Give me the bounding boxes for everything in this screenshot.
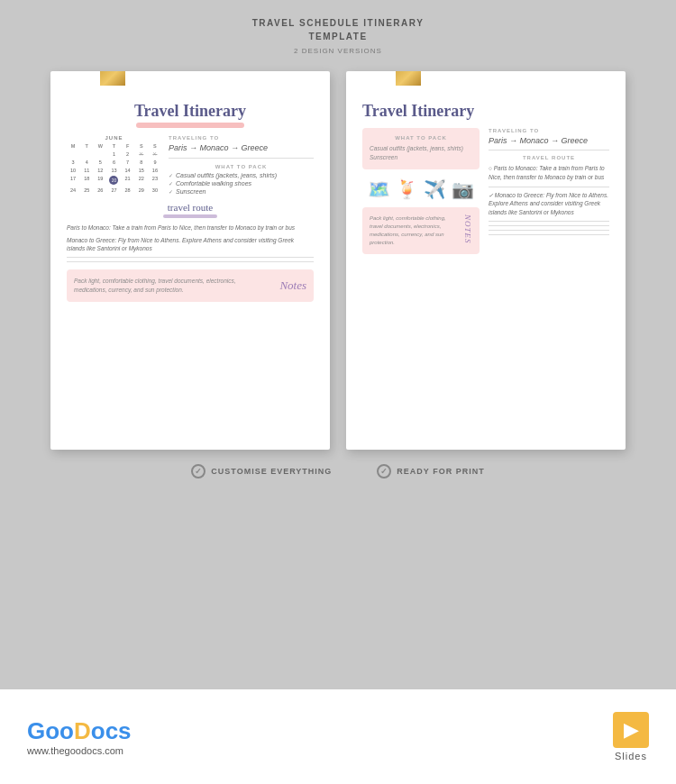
route-text: Paris → Monaco → Greece bbox=[169, 143, 314, 152]
map-icon: 🗺️ bbox=[368, 178, 390, 200]
check-icon-1: ✓ bbox=[191, 464, 206, 479]
route-desc-1: Paris to Monaco: Take a train from Paris… bbox=[67, 223, 314, 232]
travel-route-label-2: TRAVEL ROUTE bbox=[489, 155, 609, 160]
travel-route-title: travel route bbox=[67, 202, 314, 213]
travel-route-underline bbox=[163, 214, 217, 218]
check-icon-2: ✓ bbox=[377, 464, 391, 479]
website-text: www.thegoodocs.com bbox=[27, 745, 123, 756]
drink-icon: 🍹 bbox=[396, 178, 418, 200]
doc1-title-underline bbox=[136, 123, 244, 128]
subtitle: 2 DESIGN VERSIONS bbox=[0, 47, 676, 55]
pack-text-2: Casual outfits (jackets, jeans, shirts)S… bbox=[370, 144, 472, 162]
doc2-notes-label: NOTES bbox=[463, 214, 472, 247]
docs-container: Travel Itinerary JUNE M T W T F S S 1 bbox=[0, 71, 676, 450]
main-title: TRAVEL SCHEDULE ITINERARY TEMPLATE bbox=[0, 16, 676, 43]
route-desc-2b: ✓ Monaco to Greece: Fly from Nice to Ath… bbox=[489, 191, 609, 217]
notes-label-1: Notes bbox=[279, 278, 306, 293]
doc-card-1: Travel Itinerary JUNE M T W T F S S 1 bbox=[50, 71, 330, 450]
doc2-two-col: WHAT TO PACK Casual outfits (jackets, je… bbox=[362, 128, 609, 254]
header: TRAVEL SCHEDULE ITINERARY TEMPLATE 2 DES… bbox=[0, 0, 676, 62]
logo-text: GooDocs bbox=[27, 717, 132, 745]
doc1-title: Travel Itinerary bbox=[67, 102, 314, 121]
badge-customise-label: CUSTOMISE EVERYTHING bbox=[211, 467, 332, 476]
pack-item-3: Sunscreen bbox=[169, 188, 314, 195]
doc-card-2: Travel Itinerary WHAT TO PACK Casual out… bbox=[346, 71, 626, 450]
badge-print-label: READY FOR PRINT bbox=[397, 467, 484, 476]
doc2-right: TRAVELING TO Paris → Monaco → Greece TRA… bbox=[489, 128, 609, 254]
badge-print: ✓ READY FOR PRINT bbox=[377, 464, 484, 479]
what-to-pack-box: WHAT TO PACK Casual outfits (jackets, je… bbox=[362, 128, 480, 169]
footer: GooDocs www.thegoodocs.com ▶ Slides bbox=[0, 689, 676, 784]
notes-box-1: Pack light, comfortable clothing, travel… bbox=[67, 269, 314, 302]
slides-label: Slides bbox=[615, 751, 647, 761]
gooddocs-logo: GooDocs www.thegoodocs.com bbox=[27, 717, 132, 756]
doc1-two-col: JUNE M T W T F S S 1 2 ✕ ✕ 3 bbox=[67, 135, 314, 196]
notes-text-1: Pack light, comfortable clothing, travel… bbox=[74, 277, 254, 295]
pack-label: WHAT TO PACK bbox=[169, 164, 314, 169]
route-desc-2a: ○ Paris to Monaco: Take a train from Par… bbox=[489, 164, 609, 182]
traveling-section: TRAVELING TO Paris → Monaco → Greece WHA… bbox=[169, 135, 314, 196]
slides-icon: ▶ bbox=[613, 712, 649, 748]
icons-area: 🗺️ 🍹 ✈️ 📷 bbox=[362, 178, 480, 200]
slides-badge: ▶ Slides bbox=[613, 712, 649, 761]
doc2-notes-box: Pack light, comfortable clothing, travel… bbox=[362, 207, 480, 254]
doc2-notes-text: Pack light, comfortable clothing, travel… bbox=[370, 214, 458, 247]
calendar-section: JUNE M T W T F S S 1 2 ✕ ✕ 3 bbox=[67, 135, 161, 196]
route-desc-2: Monaco to Greece: Fly from Nice to Athen… bbox=[67, 236, 314, 252]
plane-icon: ✈️ bbox=[424, 178, 446, 200]
doc2-left: WHAT TO PACK Casual outfits (jackets, je… bbox=[362, 128, 480, 254]
pack-item-2: Comfortable walking shoes bbox=[169, 180, 314, 187]
calendar-month: JUNE bbox=[67, 135, 161, 141]
badge-customise: ✓ CUSTOMISE EVERYTHING bbox=[191, 464, 332, 479]
traveling-label: TRAVELING TO bbox=[169, 135, 314, 141]
pack-item-1: Casual outfits (jackets, jeans, shirts) bbox=[169, 172, 314, 178]
what-to-pack-title-2: WHAT TO PACK bbox=[370, 135, 472, 141]
traveling-label-2: TRAVELING TO bbox=[489, 128, 609, 133]
camera-icon: 📷 bbox=[452, 178, 474, 200]
doc2-title: Travel Itinerary bbox=[362, 102, 609, 121]
badges-area: ✓ CUSTOMISE EVERYTHING ✓ READY FOR PRINT bbox=[0, 464, 676, 479]
calendar-grid: M T W T F S S 1 2 ✕ ✕ 3 4 5 bbox=[67, 142, 161, 194]
route-text-2: Paris → Monaco → Greece bbox=[489, 136, 609, 145]
